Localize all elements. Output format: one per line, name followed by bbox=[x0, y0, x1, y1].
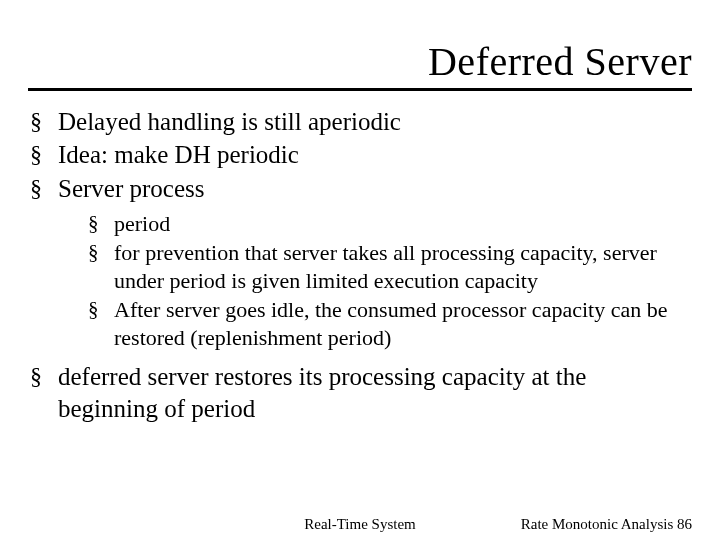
sub-bullet-list: period for prevention that server takes … bbox=[58, 210, 692, 352]
sub-bullet-item: period bbox=[88, 210, 692, 238]
bullet-item: Delayed handling is still aperiodic bbox=[28, 106, 692, 137]
slide-title: Deferred Server bbox=[428, 38, 692, 85]
bullet-text: Server process bbox=[58, 175, 204, 202]
bullet-item: deferred server restores its processing … bbox=[28, 361, 692, 424]
sub-bullet-item: for prevention that server takes all pro… bbox=[88, 239, 692, 294]
title-underline bbox=[28, 88, 692, 91]
footer-right: Rate Monotonic Analysis 86 bbox=[521, 516, 692, 533]
bullet-item: Server process period for prevention tha… bbox=[28, 173, 692, 352]
slide-content: Delayed handling is still aperiodic Idea… bbox=[28, 106, 692, 426]
slide: Deferred Server Delayed handling is stil… bbox=[0, 0, 720, 540]
sub-bullet-item: After server goes idle, the consumed pro… bbox=[88, 296, 692, 351]
bullet-list: Delayed handling is still aperiodic Idea… bbox=[28, 106, 692, 424]
bullet-item: Idea: make DH periodic bbox=[28, 139, 692, 170]
